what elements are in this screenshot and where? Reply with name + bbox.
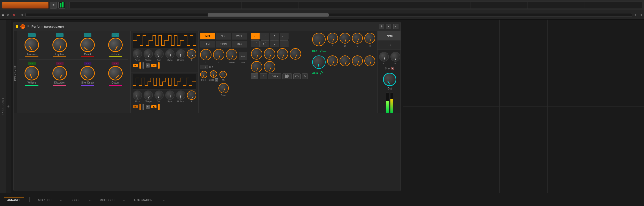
osc-dropdown[interactable]: — ▾ [200, 65, 208, 69]
osc2-shape-val[interactable] [139, 104, 141, 110]
distortion-knob[interactable] [52, 66, 67, 80]
am-btn[interactable]: AM [200, 41, 215, 47]
lighten-knob[interactable] [52, 38, 67, 52]
ch2-knob[interactable] [213, 49, 224, 60]
osc2-shape-knob[interactable] [144, 90, 153, 100]
tab-mix-edit[interactable]: MIX / EDIT [35, 197, 55, 203]
fx-knob1[interactable] [251, 48, 262, 60]
osc1-shape-val[interactable] [139, 62, 141, 69]
siren-knob[interactable] [80, 66, 95, 80]
osc2-pitch-val[interactable]: 8' [133, 105, 138, 108]
osc1-shape-knob[interactable] [144, 49, 153, 59]
osc1-pitch-val[interactable]: 8' [133, 64, 138, 67]
fx-knob6[interactable] [264, 61, 275, 72]
fb-knob[interactable] [219, 71, 227, 78]
lo-pass-knob[interactable] [25, 38, 39, 52]
tab-midi[interactable]: MIDI/OSC + [97, 197, 118, 203]
scroll-right-btn[interactable] [635, 14, 637, 16]
max-btn[interactable]: MAX [232, 41, 247, 47]
release-knob[interactable] [108, 38, 123, 52]
settings-btn[interactable]: ⚙ [379, 24, 384, 29]
tab-automation[interactable]: AUTOMATION + [131, 197, 158, 203]
env-knob-r1[interactable] [327, 33, 338, 44]
fx-segments-btn[interactable] [282, 73, 292, 79]
aeg-knob-s[interactable] [352, 55, 363, 66]
osc1-coarse-val[interactable] [158, 62, 160, 69]
fx-tab[interactable]: FX [378, 40, 401, 50]
wave-btn-8[interactable]: — [280, 40, 288, 47]
fx-off-dropdown[interactable]: OFF ▾ [269, 73, 281, 79]
aeg-large-knob[interactable] [312, 55, 326, 69]
scrollbar-track[interactable] [25, 13, 632, 17]
fx-link-btn[interactable]: ↔ [251, 73, 258, 79]
note-tab[interactable]: Note [378, 31, 401, 40]
osc2-sub-knob[interactable] [154, 90, 164, 100]
osc1-unison-knob[interactable] [176, 49, 185, 59]
fx-edit-btn[interactable]: ✎ [302, 73, 308, 79]
wave-btn-6[interactable]: ↑⌒ [261, 40, 269, 47]
glide-knob[interactable] [210, 70, 217, 78]
osc1-sub-val[interactable] [143, 62, 144, 69]
list-icon[interactable]: ≡ [2, 13, 4, 17]
drive-knob[interactable] [218, 83, 229, 93]
osc1-unison-val[interactable]: 1v [151, 64, 156, 67]
out-knob[interactable] [383, 73, 396, 86]
osc2-coarse-val[interactable] [158, 104, 160, 110]
power-btn[interactable]: ⏻ [20, 24, 25, 29]
scroll-up-btn[interactable]: ▲ [386, 24, 391, 29]
env-knob-r4[interactable] [364, 33, 375, 44]
menu-icon[interactable]: ≡ [50, 2, 57, 9]
glide-mode-btn[interactable]: L [215, 78, 218, 81]
scroll-down-btn[interactable]: ▼ [393, 24, 398, 29]
tab-solo[interactable]: SOLO + [68, 197, 84, 203]
osc1-sync-knob[interactable] [165, 49, 175, 59]
env-knob-r2[interactable] [340, 33, 350, 44]
mix-btn[interactable]: MIX [200, 33, 215, 39]
whistle-knob[interactable] [25, 66, 39, 80]
env-large-knob[interactable] [312, 33, 326, 46]
ch1-knob[interactable] [200, 49, 211, 60]
wave-btn-4[interactable]: ⌐↑ [280, 33, 288, 39]
l-pan-knob[interactable] [379, 52, 389, 62]
fx-knob3[interactable] [277, 48, 288, 60]
aeg-knob-d[interactable] [340, 55, 350, 66]
scroll-left-btn[interactable] [21, 14, 23, 16]
osc1-sub-knob[interactable] [154, 49, 164, 59]
osc2-sync-knob[interactable] [165, 90, 175, 100]
wave-btn-3[interactable]: ∧ [270, 33, 279, 39]
osc1-coarse-knob[interactable] [187, 49, 196, 59]
osc2-unison-val[interactable]: 2v [151, 105, 156, 108]
wave-btn-5[interactable]: ⌒ [251, 40, 260, 47]
pitch-knob[interactable] [200, 71, 207, 78]
scroll-left2-btn[interactable] [640, 14, 642, 16]
fx-eg-btn[interactable]: EG [293, 73, 301, 79]
scrollbar-thumb[interactable] [208, 13, 329, 17]
sign-btn[interactable]: SIGN [216, 41, 231, 47]
undo-icon[interactable]: ↺ [7, 13, 10, 17]
osc2-unison-knob[interactable] [176, 90, 185, 100]
osc1-pitch-knob[interactable] [133, 49, 142, 59]
link-arrow-btn[interactable]: ⟺ [239, 52, 247, 60]
fx-trig-btn[interactable]: ∧ [260, 73, 267, 79]
fx-knob4[interactable] [290, 48, 301, 60]
osc2-sub-val[interactable] [143, 104, 144, 110]
osc2-coarse-knob[interactable] [187, 90, 196, 100]
pin-icon[interactable]: ⚲ [385, 67, 387, 70]
r-pan-knob[interactable] [390, 52, 400, 62]
wave-btn-7[interactable]: ∨ [270, 40, 279, 47]
osc1-sync-val[interactable]: R [146, 63, 150, 68]
wipe-btn[interactable]: WIPE [232, 33, 247, 39]
osc2-pitch-knob[interactable] [133, 90, 142, 100]
preset-name-btn[interactable] [2, 2, 49, 9]
wave-btn-1[interactable]: ⌐ [251, 33, 260, 39]
drag-handle[interactable]: ⠿ [27, 25, 29, 28]
aeg-knob-a[interactable] [327, 55, 338, 66]
onset-knob[interactable] [80, 38, 95, 52]
close-icon[interactable]: ✕ [12, 13, 15, 17]
output-knob[interactable] [108, 66, 123, 80]
env-knob-r3[interactable] [352, 33, 363, 44]
noise-knob[interactable] [226, 49, 237, 60]
neg-btn[interactable]: NEG [216, 33, 231, 39]
fx-knob5[interactable] [251, 61, 262, 72]
tab-arrange[interactable]: ARRANGE [4, 197, 24, 203]
